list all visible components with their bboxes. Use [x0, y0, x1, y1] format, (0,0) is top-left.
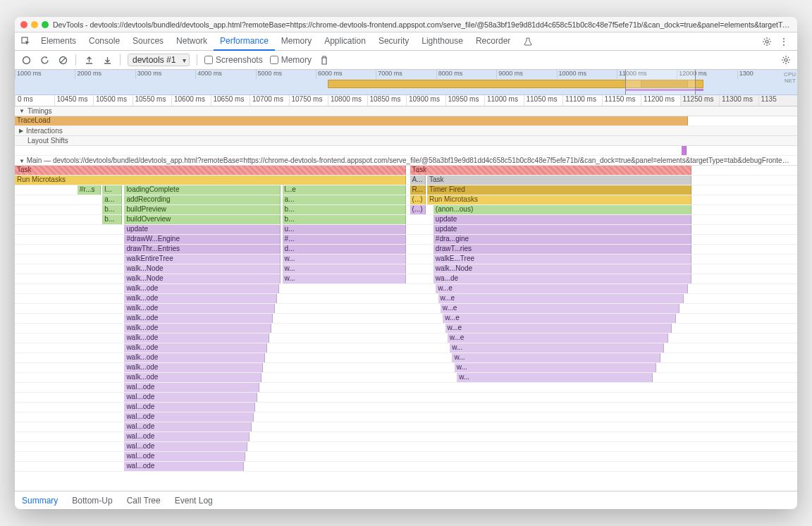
flame-bar[interactable]: w...e — [436, 284, 687, 293]
flame-bar[interactable]: update — [124, 225, 281, 234]
recording-selector[interactable]: devtools #1 — [128, 54, 190, 66]
flame-bar[interactable]: wal...ode — [124, 422, 251, 432]
flame-chart-area[interactable]: ▼Timings TraceLoad ▶Interactions Layout … — [15, 106, 797, 491]
flame-bar[interactable]: Run Microtasks — [427, 195, 691, 204]
clear-icon[interactable] — [57, 54, 68, 66]
flame-bar[interactable]: Run Microtasks — [15, 176, 406, 185]
track-header-timings[interactable]: ▼Timings — [15, 106, 797, 116]
flame-bar[interactable]: a... — [283, 195, 406, 204]
layout-shift-marker[interactable] — [682, 146, 687, 155]
tab-memory[interactable]: Memory — [275, 32, 318, 51]
flame-bar[interactable]: wal...ode — [124, 393, 257, 402]
flame-bar[interactable]: b... — [283, 215, 406, 224]
flame-bar[interactable]: w...e — [445, 324, 672, 333]
flame-bar[interactable]: walk...Node — [124, 264, 281, 274]
track-header-layout-shifts[interactable]: Layout Shifts — [15, 136, 797, 146]
record-icon[interactable] — [20, 54, 32, 66]
flame-bar[interactable]: A... — [410, 176, 426, 185]
flame-bar[interactable]: w... — [283, 264, 406, 274]
upload-icon[interactable] — [83, 54, 94, 66]
tab-network[interactable]: Network — [170, 32, 214, 51]
flame-bar[interactable]: (anon...ous) — [433, 205, 691, 214]
flame-bar[interactable]: wal...ode — [124, 442, 247, 451]
task-bar[interactable]: Task — [410, 166, 692, 175]
flame-bar[interactable]: buildPreview — [124, 205, 281, 214]
flame-bar[interactable]: b... — [102, 205, 122, 214]
flame-bar[interactable]: w... — [452, 353, 660, 362]
flame-bar[interactable]: b... — [102, 215, 122, 224]
download-icon[interactable] — [102, 54, 113, 66]
details-tab-call-tree[interactable]: Call Tree — [127, 496, 161, 506]
flame-bar[interactable]: Task — [427, 176, 691, 185]
minimize-window-button[interactable] — [31, 21, 38, 28]
flame-bar[interactable]: walk...Node — [124, 274, 281, 283]
track-header-main[interactable]: ▼ Main — devtools://devtools/bundled/dev… — [15, 156, 797, 166]
tab-console[interactable]: Console — [82, 32, 126, 51]
flame-bar[interactable]: walk...ode — [124, 294, 276, 303]
flame-bar[interactable]: u... — [283, 225, 406, 234]
flame-bar[interactable]: Timer Fired — [427, 185, 691, 195]
tab-elements[interactable]: Elements — [35, 32, 82, 51]
flame-bar[interactable]: walk...ode — [124, 324, 271, 333]
close-window-button[interactable] — [20, 21, 27, 28]
tab-recorder[interactable]: Recorder — [469, 32, 517, 51]
flame-bar[interactable]: update — [433, 215, 691, 224]
memory-checkbox[interactable]: Memory — [270, 55, 312, 65]
flame-bar[interactable]: w... — [455, 363, 656, 372]
flame-bar[interactable]: w... — [450, 343, 664, 353]
flame-bar[interactable]: walk...ode — [124, 363, 263, 372]
track-header-interactions[interactable]: ▶Interactions — [15, 126, 797, 136]
tab-performance[interactable]: Performance — [214, 32, 275, 51]
flame-bar[interactable]: buildOverview — [124, 215, 281, 224]
flame-bar[interactable]: walk...ode — [124, 304, 275, 313]
maximize-window-button[interactable] — [42, 21, 49, 28]
tab-security[interactable]: Security — [372, 32, 415, 51]
flame-bar[interactable]: addRecording — [124, 195, 281, 204]
flame-bar[interactable]: #r...s — [78, 185, 101, 195]
flame-bar[interactable]: walk...ode — [124, 343, 267, 353]
flame-bar[interactable]: walkEntireTree — [124, 255, 281, 264]
flame-bar[interactable]: walkE...Tree — [433, 255, 691, 264]
flame-bar[interactable]: a... — [102, 195, 122, 204]
flame-bar[interactable]: walk...ode — [124, 284, 278, 293]
inspect-element-icon[interactable] — [18, 37, 35, 47]
flame-bar[interactable]: wal...ode — [124, 412, 253, 422]
flame-bar[interactable]: wal...ode — [124, 383, 259, 392]
flame-bar[interactable]: l...e — [283, 185, 406, 195]
flame-bar[interactable]: b... — [283, 205, 406, 214]
tab-application[interactable]: Application — [318, 32, 372, 51]
flame-bar[interactable]: wal...ode — [124, 432, 250, 441]
flame-bar[interactable]: #drawW...Engine — [124, 235, 281, 244]
flame-bar[interactable]: loadingComplete — [124, 185, 281, 195]
flame-bar[interactable]: drawThr...Entries — [124, 245, 281, 254]
timeline-overview[interactable]: 1000 ms2000 ms3000 ms4000 ms5000 ms6000 … — [15, 70, 797, 95]
flame-bar[interactable]: w... — [283, 274, 406, 283]
flame-bar[interactable]: w...e — [448, 334, 668, 343]
details-tab-summary[interactable]: Summary — [22, 496, 58, 506]
flame-bar[interactable]: R... — [410, 185, 426, 195]
flame-bar[interactable]: w... — [457, 373, 653, 382]
flame-bar[interactable]: (...) — [410, 195, 426, 204]
flame-bar[interactable]: #... — [283, 235, 406, 244]
flame-bar[interactable]: walk...Node — [433, 264, 691, 274]
details-tab-bottom-up[interactable]: Bottom-Up — [72, 496, 112, 506]
flame-bar[interactable]: w...e — [443, 314, 676, 323]
flame-bar[interactable]: wal...ode — [124, 462, 243, 471]
tab-sources[interactable]: Sources — [126, 32, 170, 51]
flame-bar[interactable]: d... — [283, 245, 406, 254]
flame-bar[interactable]: (...) — [410, 205, 426, 214]
screenshots-checkbox[interactable]: Screenshots — [204, 55, 263, 65]
flame-bar[interactable]: drawT...ries — [433, 245, 691, 254]
flame-bar[interactable]: walk...ode — [124, 353, 265, 362]
settings-gear-icon[interactable] — [762, 37, 772, 47]
flame-bar[interactable]: w...e — [438, 294, 684, 303]
flame-bar[interactable]: walk...ode — [124, 334, 269, 343]
capture-settings-gear-icon[interactable] — [780, 54, 792, 66]
flame-bar[interactable]: wal...ode — [124, 452, 245, 461]
trash-icon[interactable] — [319, 54, 330, 66]
flame-bar[interactable]: l... — [102, 185, 122, 195]
reload-icon[interactable] — [39, 54, 50, 66]
more-menu-icon[interactable]: ⋮ — [779, 37, 789, 47]
flame-bar[interactable]: walk...ode — [124, 314, 273, 323]
timeline-ruler[interactable]: 0 ms10450 ms10500 ms10550 ms10600 ms1065… — [15, 95, 797, 106]
